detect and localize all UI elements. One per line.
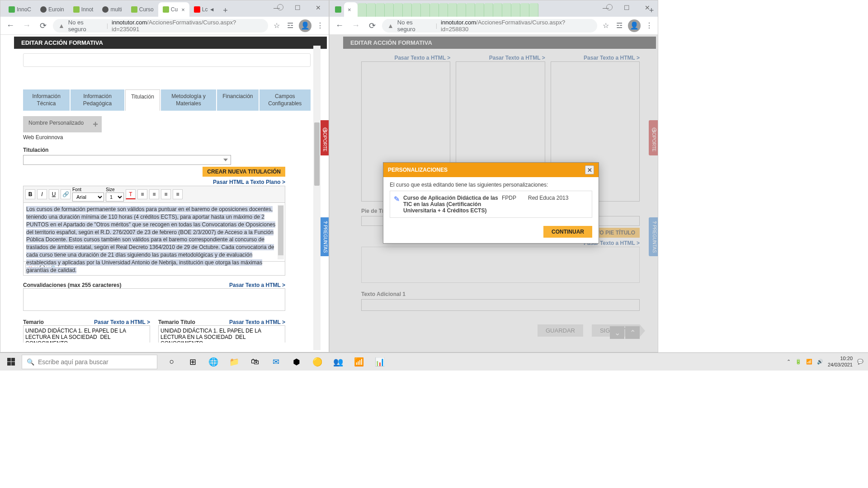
new-tab-button[interactable]: +	[219, 4, 232, 17]
browser-tab[interactable]	[466, 3, 475, 17]
edge-icon[interactable]: 🌐	[203, 353, 223, 371]
browser-tab[interactable]	[439, 3, 448, 17]
browser-tab[interactable]	[529, 3, 538, 17]
tab-financiacion[interactable]: Financiación	[217, 89, 258, 111]
close-button[interactable]: ✕	[308, 0, 329, 15]
temario-textarea[interactable]: UNIDAD DIDÁCTICA 1. EL PAPEL DE LA LECTU…	[23, 325, 150, 343]
align-right-button[interactable]: ≡	[161, 189, 171, 199]
browser-tab[interactable]	[493, 3, 502, 17]
soporte-tab[interactable]: ⓘ SOPORTE	[320, 120, 329, 155]
subtab-nombre[interactable]: Nombre Personalizado	[23, 116, 89, 132]
preguntas-tab[interactable]: ? PREGUNTAS	[320, 217, 329, 256]
browser-tab[interactable]	[502, 3, 511, 17]
browser-tab[interactable]	[430, 3, 439, 17]
underline-button[interactable]: U	[49, 189, 59, 199]
excel-icon[interactable]: 📊	[370, 353, 390, 371]
add-subtab-button[interactable]: +	[89, 116, 102, 132]
minimize-button[interactable]: —	[595, 0, 616, 15]
minimize-button[interactable]: —	[266, 0, 287, 15]
cortana-icon[interactable]: ○	[162, 353, 182, 371]
reload-button[interactable]: ⟳	[366, 19, 378, 32]
notifications-icon[interactable]: 💬	[857, 359, 863, 365]
profile-avatar[interactable]: 👤	[299, 19, 311, 32]
browser-tab[interactable]	[394, 3, 403, 17]
browser-tab[interactable]	[511, 3, 520, 17]
tab-info-pedagogica[interactable]: Información Pedagógica	[71, 89, 124, 111]
convalidaciones-textarea[interactable]	[23, 288, 285, 311]
browser-tab[interactable]: multi	[98, 2, 126, 17]
edit-icon[interactable]: ✎	[394, 195, 400, 214]
tray-chevron-icon[interactable]: ⌃	[787, 359, 791, 365]
back-button[interactable]: ←	[4, 19, 17, 32]
forward-button[interactable]: →	[20, 19, 33, 32]
font-select[interactable]: Arial	[72, 192, 104, 202]
mail-icon[interactable]: ✉	[266, 353, 286, 371]
address-field[interactable]: ▲ No es seguro | innotutor.com/AccionesF…	[53, 19, 268, 33]
browser-tab[interactable]	[475, 3, 484, 17]
forward-button[interactable]: →	[349, 19, 362, 32]
editor-content[interactable]: Los cursos de formación permanente son v…	[23, 203, 285, 262]
menu-icon[interactable]: ⋮	[315, 21, 325, 31]
tab-campos[interactable]: Campos Configurables	[259, 89, 311, 111]
pasar-html-texto-link[interactable]: Pasar HTML a Texto Plano >	[213, 179, 285, 185]
browser-tab[interactable]	[376, 3, 385, 17]
tab-metodologia[interactable]: Metodología y Materiales	[161, 89, 216, 111]
profile-avatar[interactable]: 👤	[628, 19, 641, 32]
taskbar-search[interactable]: 🔍 Escribe aquí para buscar	[22, 355, 157, 369]
browser-tab[interactable]: Euroin	[36, 2, 69, 17]
tab-info-tecnica[interactable]: Información Técnica	[23, 89, 70, 111]
editor-scrollbar[interactable]	[278, 205, 284, 259]
align-center-button[interactable]: ≡	[149, 189, 159, 199]
browser-tab[interactable]	[520, 3, 529, 17]
size-select[interactable]: 1	[106, 192, 124, 202]
titulacion-dropdown[interactable]	[23, 155, 231, 165]
menu-icon[interactable]: ⋮	[644, 21, 654, 31]
store-icon[interactable]: 🛍	[245, 353, 265, 371]
reading-list-icon[interactable]: ☲	[614, 21, 624, 31]
close-icon[interactable]: ×	[348, 6, 351, 13]
browser-tab[interactable]	[367, 3, 376, 17]
browser-tab[interactable]	[333, 2, 344, 17]
align-justify-button[interactable]: ≡	[173, 189, 183, 199]
page-scrollbar[interactable]	[313, 46, 321, 350]
reading-list-icon[interactable]: ☲	[285, 21, 295, 31]
temario-titulo-textarea[interactable]: UNIDAD DIDÁCTICA 1. EL PAPEL DE LA LECTU…	[158, 325, 285, 343]
explorer-icon[interactable]: 📁	[224, 353, 244, 371]
app-icon[interactable]: ⬢	[287, 353, 307, 371]
browser-tab[interactable]	[385, 3, 394, 17]
maximize-button[interactable]: ☐	[287, 0, 308, 15]
browser-tab[interactable]: InnoC	[4, 2, 36, 17]
pasar-texto-html-link-2[interactable]: Pasar Texto a HTML >	[94, 319, 150, 325]
browser-tab-active[interactable]: ×	[344, 2, 358, 17]
close-button[interactable]: ✕	[637, 0, 658, 15]
volume-icon[interactable]: 🔊	[817, 359, 823, 365]
tab-titulacion[interactable]: Titulación	[125, 89, 160, 111]
teams-icon[interactable]: 👥	[328, 353, 348, 371]
continuar-button[interactable]: CONTINUAR	[543, 226, 592, 238]
browser-tab[interactable]	[412, 3, 421, 17]
wifi-tray-icon[interactable]: 📶	[806, 359, 812, 365]
browser-tab[interactable]	[457, 3, 466, 17]
italic-button[interactable]: I	[37, 189, 47, 199]
pasar-texto-html-link-3[interactable]: Pasar Texto a HTML >	[229, 319, 285, 325]
pasar-texto-html-link[interactable]: Pasar Texto a HTML >	[229, 282, 285, 288]
browser-tab[interactable]	[421, 3, 430, 17]
address-field[interactable]: ▲ No es seguro | innotutor.com/AccionesF…	[382, 19, 597, 33]
browser-tab[interactable]: Innot	[69, 2, 98, 17]
back-button[interactable]: ←	[333, 19, 346, 32]
maximize-button[interactable]: ☐	[616, 0, 637, 15]
dialog-close-button[interactable]: ✕	[585, 165, 594, 174]
align-left-button[interactable]: ≡	[137, 189, 147, 199]
reload-button[interactable]: ⟳	[37, 19, 49, 32]
bold-button[interactable]: B	[25, 189, 35, 199]
star-icon[interactable]: ☆	[272, 21, 282, 31]
link-button[interactable]: 🔗	[61, 189, 71, 199]
start-button[interactable]	[0, 353, 22, 371]
browser-tab-active[interactable]: Cu×	[158, 2, 189, 17]
chrome-icon[interactable]: 🟡	[307, 353, 327, 371]
star-icon[interactable]: ☆	[601, 21, 611, 31]
close-icon[interactable]: ×	[181, 6, 185, 13]
clock[interactable]: 10:20 24/03/2021	[828, 356, 853, 367]
browser-tab[interactable]: Curso	[127, 2, 158, 17]
browser-tab[interactable]	[484, 3, 493, 17]
